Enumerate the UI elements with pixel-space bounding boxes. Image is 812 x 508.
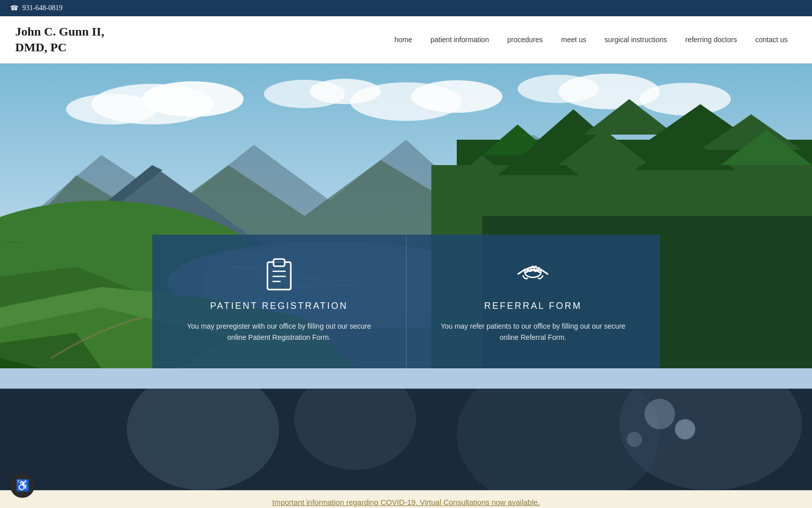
nav-contact-us[interactable]: contact us <box>746 33 797 46</box>
referral-form-title: REFERRAL FORM <box>432 301 635 311</box>
phone-number: 931-648-0819 <box>22 4 62 12</box>
referral-form-card[interactable]: REFERRAL FORM You may refer patients to … <box>406 235 660 369</box>
patient-registration-card[interactable]: PATIENT REGISTRATION You may preregister… <box>152 235 406 369</box>
logo-line1: John C. Gunn II, <box>15 25 104 38</box>
nav-referring-doctors[interactable]: referring doctors <box>676 33 746 46</box>
nav-surgical-instructions[interactable]: surgical instructions <box>595 33 676 46</box>
hero-section: PATIENT REGISTRATION You may preregister… <box>0 64 812 368</box>
accessibility-button[interactable]: ♿ <box>10 473 35 498</box>
svg-point-53 <box>645 399 675 429</box>
accessibility-icon: ♿ <box>16 479 29 492</box>
nav-home[interactable]: home <box>385 33 421 46</box>
covid-banner: Important information regarding COVID-19… <box>0 490 812 508</box>
logo-line2: DMD, PC <box>15 41 66 54</box>
svg-point-54 <box>675 419 695 439</box>
main-nav: home patient information procedures meet… <box>127 33 797 46</box>
nav-meet-us[interactable]: meet us <box>552 33 595 46</box>
nav-patient-information[interactable]: patient information <box>421 33 498 46</box>
svg-point-55 <box>627 432 642 447</box>
logo: John C. Gunn II, DMD, PC <box>15 24 127 55</box>
cards-row: PATIENT REGISTRATION You may preregister… <box>152 235 660 369</box>
patient-registration-title: PATIENT REGISTRATION <box>178 301 381 311</box>
top-bar: ☎ 931-648-0819 <box>0 0 812 16</box>
svg-point-3 <box>66 94 157 124</box>
svg-rect-43 <box>274 259 285 266</box>
handshake-icon <box>515 255 551 291</box>
blue-strip <box>0 368 812 389</box>
dark-bg-svg <box>0 389 812 490</box>
referral-form-desc: You may refer patients to our office by … <box>432 321 635 343</box>
dark-section <box>0 389 812 490</box>
nav-procedures[interactable]: procedures <box>498 33 552 46</box>
header: John C. Gunn II, DMD, PC home patient in… <box>0 16 812 64</box>
svg-point-10 <box>639 83 731 115</box>
clipboard-icon <box>261 255 297 291</box>
svg-point-2 <box>142 81 244 117</box>
svg-point-7 <box>411 80 502 113</box>
covid-link[interactable]: Important information regarding COVID-19… <box>272 498 540 506</box>
phone-icon: ☎ <box>10 4 18 12</box>
patient-registration-desc: You may preregister with our office by f… <box>178 321 381 343</box>
